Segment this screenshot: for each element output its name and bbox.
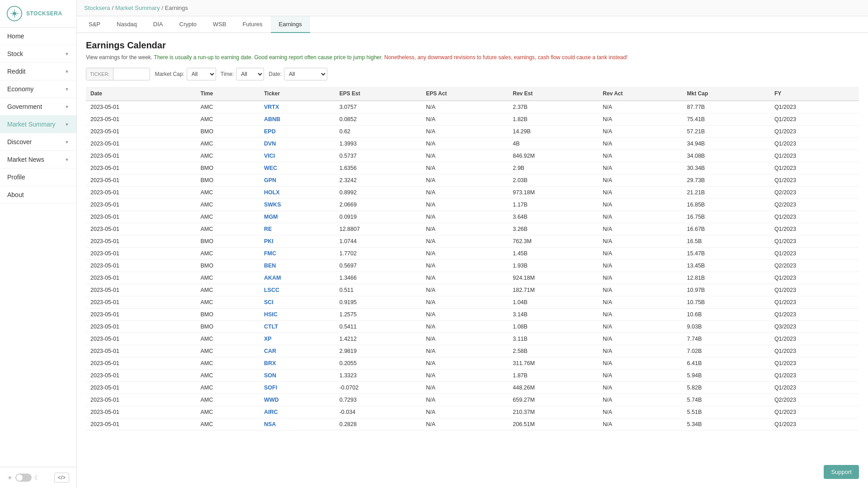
cell-ticker[interactable]: BRX xyxy=(259,357,335,370)
cell-ticker[interactable]: NSA xyxy=(259,418,335,431)
support-button[interactable]: Support xyxy=(824,465,859,479)
table-row: 2023-05-01 BMO EPD 0.62 N/A 14.29B N/A 5… xyxy=(86,126,859,138)
tab-nasdaq[interactable]: Nasdaq xyxy=(108,16,145,33)
sidebar-item-home[interactable]: Home xyxy=(0,28,76,45)
cell-ticker[interactable]: WWD xyxy=(259,394,335,406)
cell-eps-act: N/A xyxy=(421,126,508,138)
cell-fy: Q2/2023 xyxy=(770,394,859,406)
cell-rev-act: N/A xyxy=(598,199,682,211)
cell-rev-act: N/A xyxy=(598,418,682,431)
cell-ticker[interactable]: CTLT xyxy=(259,321,335,333)
sidebar-item-market-news[interactable]: Market News ▼ xyxy=(0,151,76,169)
theme-toggle[interactable]: ☀ ☾ xyxy=(7,474,40,482)
cell-rev-est: 1.87B xyxy=(508,370,598,382)
tab-dia[interactable]: DIA xyxy=(145,16,171,33)
logo[interactable]: STOCKSERA xyxy=(0,0,76,28)
sidebar-item-economy[interactable]: Economy ▼ xyxy=(0,80,76,98)
cell-eps-act: N/A xyxy=(421,284,508,296)
tab-crypto[interactable]: Crypto xyxy=(171,16,205,33)
chevron-icon: ▼ xyxy=(65,69,69,74)
breadcrumb-market-summary[interactable]: Market Summary xyxy=(115,5,160,11)
cell-mkt-cap: 16.85B xyxy=(683,199,770,211)
cell-ticker[interactable]: SWKS xyxy=(259,199,335,211)
chevron-icon: ▼ xyxy=(65,140,69,145)
cell-ticker[interactable]: VICI xyxy=(259,150,335,162)
breadcrumb-stocksera[interactable]: Stocksera xyxy=(84,5,110,11)
table-row: 2023-05-01 AMC RE 12.8807 N/A 3.26B N/A … xyxy=(86,223,859,235)
cell-fy: Q2/2023 xyxy=(770,199,859,211)
cell-date: 2023-05-01 xyxy=(86,272,196,284)
cell-ticker[interactable]: PKI xyxy=(259,235,335,248)
sidebar-nav: Home Stock ▼ Reddit ▼ Economy ▼ Governme… xyxy=(0,28,76,467)
tab-wsb[interactable]: WSB xyxy=(205,16,235,33)
cell-time: AMC xyxy=(196,382,259,394)
table-row: 2023-05-01 AMC BRX 0.2055 N/A 311.76M N/… xyxy=(86,357,859,370)
cell-ticker[interactable]: ABNB xyxy=(259,113,335,126)
cell-ticker[interactable]: HSIC xyxy=(259,309,335,321)
cell-fy: Q1/2023 xyxy=(770,162,859,174)
cell-date: 2023-05-01 xyxy=(86,345,196,357)
cell-eps-est: 1.2575 xyxy=(335,309,421,321)
cell-ticker[interactable]: LSCC xyxy=(259,284,335,296)
sidebar-item-discover[interactable]: Discover ▼ xyxy=(0,133,76,151)
sidebar-item-government[interactable]: Government ▼ xyxy=(0,98,76,116)
cell-date: 2023-05-01 xyxy=(86,357,196,370)
cell-ticker[interactable]: XP xyxy=(259,333,335,345)
code-button[interactable]: </> xyxy=(54,473,69,483)
cell-fy: Q1/2023 xyxy=(770,248,859,260)
cell-time: AMC xyxy=(196,284,259,296)
sidebar-item-reddit[interactable]: Reddit ▼ xyxy=(0,63,76,80)
cell-rev-act: N/A xyxy=(598,174,682,187)
cell-ticker[interactable]: WEC xyxy=(259,162,335,174)
cell-ticker[interactable]: DVN xyxy=(259,138,335,150)
cell-eps-est: 2.3242 xyxy=(335,174,421,187)
cell-ticker[interactable]: SOFI xyxy=(259,382,335,394)
cell-ticker[interactable]: FMC xyxy=(259,248,335,260)
cell-ticker[interactable]: RE xyxy=(259,223,335,235)
date-select[interactable]: All 2023-05-01 2023-05-02 2023-05-03 xyxy=(284,68,327,80)
cell-ticker[interactable]: HOLX xyxy=(259,187,335,199)
cell-time: AMC xyxy=(196,394,259,406)
tab-earnings[interactable]: Earnings xyxy=(271,16,310,33)
cell-ticker[interactable]: BEN xyxy=(259,260,335,272)
ticker-input[interactable] xyxy=(113,71,150,77)
tab-sp[interactable]: S&P xyxy=(80,16,108,33)
cell-fy: Q2/2023 xyxy=(770,187,859,199)
time-select[interactable]: All AMC BMO xyxy=(236,68,264,80)
cell-ticker[interactable]: AKAM xyxy=(259,272,335,284)
sidebar-item-profile[interactable]: Profile xyxy=(0,169,76,186)
cell-ticker[interactable]: AIRC xyxy=(259,406,335,418)
cell-ticker[interactable]: SON xyxy=(259,370,335,382)
cell-ticker[interactable]: VRTX xyxy=(259,101,335,113)
market-cap-select[interactable]: All Large Mid Small xyxy=(187,68,216,80)
toggle-track[interactable] xyxy=(15,474,32,482)
chevron-icon: ▼ xyxy=(65,104,69,109)
sidebar-bottom: ☀ ☾ </> xyxy=(0,467,76,488)
cell-ticker[interactable]: SCI xyxy=(259,296,335,309)
chevron-icon: ▼ xyxy=(65,122,69,127)
cell-fy: Q1/2023 xyxy=(770,126,859,138)
cell-date: 2023-05-01 xyxy=(86,235,196,248)
cell-fy: Q1/2023 xyxy=(770,223,859,235)
cell-rev-act: N/A xyxy=(598,284,682,296)
chevron-icon: ▼ xyxy=(65,87,69,92)
cell-time: AMC xyxy=(196,211,259,223)
cell-ticker[interactable]: CAR xyxy=(259,345,335,357)
cell-rev-est: 659.27M xyxy=(508,394,598,406)
cell-date: 2023-05-01 xyxy=(86,333,196,345)
cell-eps-est: 0.0919 xyxy=(335,211,421,223)
cell-eps-act: N/A xyxy=(421,101,508,113)
cell-date: 2023-05-01 xyxy=(86,284,196,296)
breadcrumb-earnings: Earnings xyxy=(165,5,188,11)
cell-eps-est: 0.62 xyxy=(335,126,421,138)
sidebar-item-stock[interactable]: Stock ▼ xyxy=(0,45,76,63)
cell-ticker[interactable]: EPD xyxy=(259,126,335,138)
sidebar-item-about[interactable]: About xyxy=(0,186,76,204)
cell-mkt-cap: 15.47B xyxy=(683,248,770,260)
cell-ticker[interactable]: MGM xyxy=(259,211,335,223)
cell-rev-est: 2.03B xyxy=(508,174,598,187)
table-row: 2023-05-01 AMC HOLX 0.8992 N/A 973.18M N… xyxy=(86,187,859,199)
cell-ticker[interactable]: GPN xyxy=(259,174,335,187)
sidebar-item-market-summary[interactable]: Market Summary ▼ xyxy=(0,116,76,133)
tab-futures[interactable]: Futures xyxy=(234,16,270,33)
